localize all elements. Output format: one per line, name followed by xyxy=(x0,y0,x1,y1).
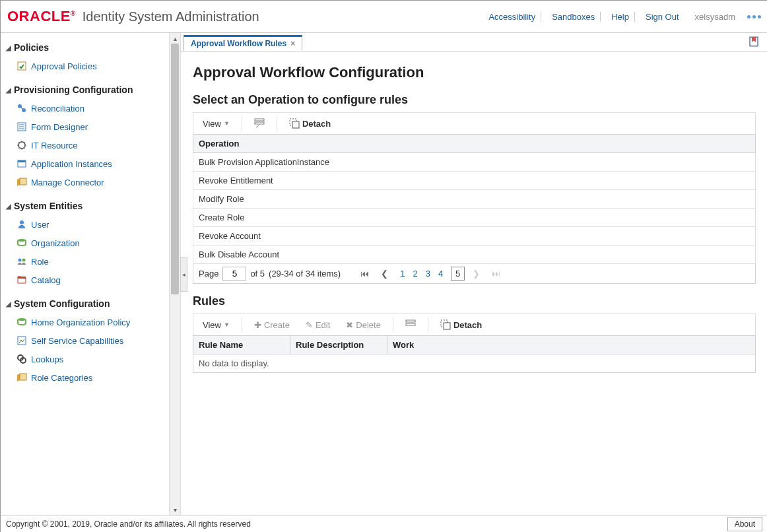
rules-detach-button[interactable]: Detach xyxy=(434,317,488,333)
collapse-icon: ◢ xyxy=(6,44,11,51)
pager-first-icon[interactable]: ⏮ xyxy=(356,267,373,280)
footer: Copyright © 2001, 2019, Oracle and/or it… xyxy=(1,515,767,532)
about-button[interactable]: About xyxy=(727,517,762,531)
sidebar: ◢PoliciesApproval Policies◢Provisioning … xyxy=(1,33,181,515)
table-row[interactable]: Bulk Provision ApplicationInstance xyxy=(193,153,756,172)
sidebar-item-label: Approval Policies xyxy=(31,61,97,71)
edit-button[interactable]: ✎ Edit xyxy=(299,317,337,333)
svg-rect-22 xyxy=(255,119,264,121)
pager-page-link[interactable]: 3 xyxy=(422,267,434,280)
sidebar-item-label: Role Categories xyxy=(31,373,92,383)
table-row[interactable]: Revoke Entitlement xyxy=(193,172,756,190)
item-icon xyxy=(17,317,27,327)
sidebar-item[interactable]: Reconciliation xyxy=(5,99,176,117)
sidebar-section-1[interactable]: ◢Provisioning Configuration xyxy=(6,84,176,95)
create-button[interactable]: ✚ Create xyxy=(248,317,296,333)
table-row[interactable]: Modify Role xyxy=(193,190,756,209)
scroll-thumb[interactable] xyxy=(171,44,179,294)
overflow-dots-icon[interactable] xyxy=(747,15,761,18)
sidebar-item-label: Reconciliation xyxy=(31,104,84,114)
sidebar-item[interactable]: Manage Connector xyxy=(5,173,176,191)
section-select-operation: Select an Operation to configure rules xyxy=(193,93,756,107)
svg-point-12 xyxy=(18,239,26,242)
pager-prev-icon[interactable]: ❮ xyxy=(377,267,392,280)
rules-view-menu-button[interactable]: View▼ xyxy=(196,317,236,333)
plus-icon: ✚ xyxy=(254,320,261,330)
item-icon xyxy=(17,335,27,346)
sidebar-item-label: Organization xyxy=(31,238,80,248)
table-row[interactable]: Revoke Account xyxy=(193,227,756,246)
item-icon xyxy=(17,354,27,364)
item-icon xyxy=(17,372,27,383)
operations-table: Operation Bulk Provision ApplicationInst… xyxy=(193,134,756,264)
cell-operation: Create Role xyxy=(193,209,756,227)
pager-of: of 5 xyxy=(250,269,265,279)
cell-operation: Revoke Account xyxy=(193,227,756,246)
delete-button[interactable]: ✖ Delete xyxy=(339,317,387,333)
sidebar-section-3[interactable]: ◢System Configuration xyxy=(6,298,176,309)
sidebar-scrollbar[interactable]: ▴ ▾ xyxy=(169,33,180,515)
item-icon xyxy=(17,140,27,150)
pager-range: (29-34 of 34 items) xyxy=(269,269,341,279)
item-icon xyxy=(17,103,27,114)
view-menu-button[interactable]: View▼ xyxy=(196,116,236,131)
scroll-up-icon[interactable]: ▴ xyxy=(170,33,180,44)
link-help[interactable]: Help xyxy=(606,12,635,22)
app-title: Identity System Administration xyxy=(83,9,259,24)
sidebar-item[interactable]: IT Resource xyxy=(5,136,176,154)
svg-rect-27 xyxy=(406,323,415,325)
link-sandboxes[interactable]: Sandboxes xyxy=(547,12,601,22)
collapse-sidebar-handle[interactable]: ◂ xyxy=(180,257,187,292)
sidebar-item[interactable]: Home Organization Policy xyxy=(5,313,176,331)
sidebar-item[interactable]: Form Designer xyxy=(5,117,176,136)
sidebar-item[interactable]: Self Service Capabilities xyxy=(5,331,176,350)
close-icon[interactable]: × xyxy=(290,39,295,48)
table-row[interactable]: Create Role xyxy=(193,209,756,227)
cell-operation: Bulk Disable Account xyxy=(193,246,756,264)
detach-button[interactable]: Detach xyxy=(283,116,337,131)
sidebar-section-0[interactable]: ◢Policies xyxy=(6,42,176,53)
pager-page-link[interactable]: 1 xyxy=(396,267,409,280)
sidebar-item[interactable]: Role Categories xyxy=(5,368,176,387)
sidebar-item[interactable]: Organization xyxy=(5,234,176,252)
page-title: Approval Workflow Configuration xyxy=(193,64,756,81)
sidebar-item[interactable]: Catalog xyxy=(5,271,176,289)
item-icon xyxy=(17,256,27,267)
query-by-example-icon[interactable] xyxy=(248,116,271,131)
operations-toolbar: View▼ Detach xyxy=(193,112,756,134)
cell-operation: Modify Role xyxy=(193,190,756,209)
sidebar-item-label: Manage Connector xyxy=(31,178,104,187)
tab-approval-workflow-rules[interactable]: Approval Workflow Rules × xyxy=(183,35,302,51)
copyright: Copyright © 2001, 2019, Oracle and/or it… xyxy=(6,519,251,529)
sidebar-item[interactable]: Lookups xyxy=(5,350,176,368)
sidebar-item[interactable]: Approval Policies xyxy=(5,57,176,75)
scroll-down-icon[interactable]: ▾ xyxy=(170,504,180,515)
svg-point-13 xyxy=(18,259,22,262)
current-user: xelsysadm xyxy=(690,12,735,22)
link-signout[interactable]: Sign Out xyxy=(640,12,684,22)
sidebar-item[interactable]: Application Instances xyxy=(5,154,176,173)
sidebar-item-label: Application Instances xyxy=(31,159,112,169)
link-accessibility[interactable]: Accessibility xyxy=(483,12,541,22)
bookmark-icon[interactable] xyxy=(748,40,760,50)
operations-pager: Page of 5 (29-34 of 34 items) ⏮ ❮ 1234 5… xyxy=(193,264,756,284)
svg-point-16 xyxy=(18,318,26,321)
col-operation: Operation xyxy=(193,135,756,153)
sidebar-section-2[interactable]: ◢System Entities xyxy=(6,201,176,211)
svg-rect-26 xyxy=(406,320,415,322)
sidebar-item[interactable]: Role xyxy=(5,252,176,271)
pager-page-link[interactable]: 4 xyxy=(434,267,447,280)
cell-operation: Revoke Entitlement xyxy=(193,172,756,190)
col-workflow: Work xyxy=(387,336,756,354)
sidebar-item[interactable]: User xyxy=(5,215,176,234)
svg-point-14 xyxy=(22,259,26,262)
rules-table: Rule Name Rule Description Work xyxy=(193,335,756,354)
pager-last-icon: ⏭ xyxy=(488,267,504,280)
collapse-icon: ◢ xyxy=(6,300,11,308)
rules-qbe-icon[interactable] xyxy=(399,317,422,333)
pager-page-link[interactable]: 2 xyxy=(409,267,421,280)
pager-next-icon: ❯ xyxy=(469,267,484,280)
page-input[interactable] xyxy=(222,267,246,281)
sidebar-item-label: User xyxy=(31,220,49,230)
table-row[interactable]: Bulk Disable Account xyxy=(193,246,756,264)
